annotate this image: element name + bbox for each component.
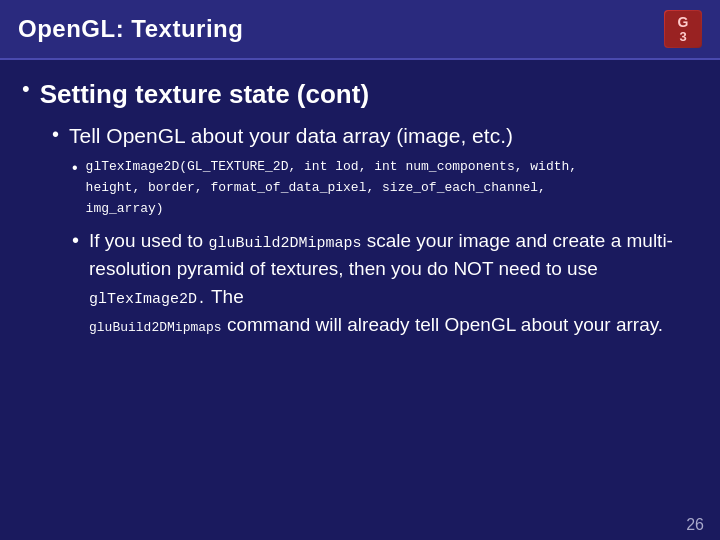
header-logo: G 3 [664,10,702,48]
paragraph-text: If you used to gluBuild2DMipmaps scale y… [89,227,698,338]
slide-title: OpenGL: Texturing [18,15,243,43]
code-line-1: glTexImage2D(GL_TEXTURE_2D, int lod, int… [86,157,577,178]
code-line-3: img_array) [86,199,577,220]
bullet-dot-l1: • [22,76,30,102]
main-bullet: • Setting texture state (cont) [22,78,698,112]
code-bullet: • glTexImage2D(GL_TEXTURE_2D, int lod, i… [72,157,698,219]
sub-bullet-dot-1: • [52,123,59,146]
sub-bullet-1-text: Tell OpenGL about your data array (image… [69,122,513,149]
code-bullet-dot: • [72,159,78,177]
svg-text:G: G [678,14,689,30]
sub-bullets-container: • Tell OpenGL about your data array (ima… [52,122,698,338]
svg-text:3: 3 [679,29,686,44]
slide-footer: 26 [0,512,720,540]
para-prefix: If you used to [89,230,203,251]
inline-code-3: gluBuild2DMipmaps [89,320,222,335]
page-number: 26 [686,516,704,534]
paragraph-dot: • [72,229,79,252]
slide-content: • Setting texture state (cont) • Tell Op… [0,60,720,512]
code-line-2: height, border, format_of_data_pixel, si… [86,178,577,199]
slide-header: OpenGL: Texturing G 3 [0,0,720,60]
inline-code-2: glTexImage2D. [89,291,206,308]
sub-bullet-2: • If you used to gluBuild2DMipmaps scale… [72,227,698,338]
para-end: command will already tell OpenGL about y… [227,314,663,335]
para-suffix: The [211,286,244,307]
inline-code-1: gluBuild2DMipmaps [208,235,361,252]
sub-bullet-1: • Tell OpenGL about your data array (ima… [52,122,698,149]
slide: OpenGL: Texturing G 3 • Setting texture … [0,0,720,540]
code-block: glTexImage2D(GL_TEXTURE_2D, int lod, int… [86,157,577,219]
main-bullet-text: Setting texture state (cont) [40,78,369,112]
